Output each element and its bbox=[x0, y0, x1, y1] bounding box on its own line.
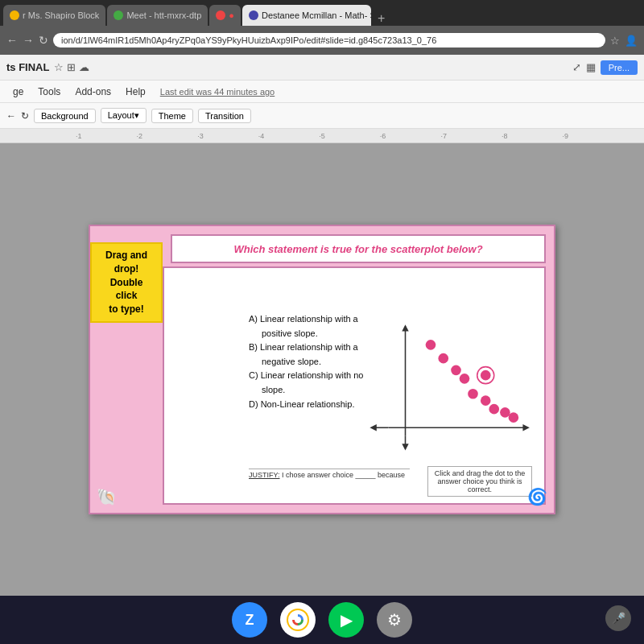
bookmark-icon[interactable]: ☆ bbox=[610, 35, 620, 47]
menu-tools[interactable]: Tools bbox=[31, 85, 67, 99]
click-drag-text: Click and drag the dot to the answer cho… bbox=[435, 469, 526, 493]
svg-point-12 bbox=[481, 370, 491, 381]
present-button[interactable]: Pre... bbox=[601, 60, 638, 75]
justify-text: JUSTIFY: I chose answer choice _____ bec… bbox=[249, 469, 410, 479]
tab-meet[interactable]: Meet - htt-mxrx-dtp bbox=[107, 5, 208, 26]
tab-icon-meet bbox=[114, 10, 123, 20]
svg-marker-2 bbox=[402, 324, 408, 331]
scatterplot-svg bbox=[363, 312, 532, 467]
theme-button[interactable]: Theme bbox=[151, 109, 193, 123]
menu-bar: ge Tools Add-ons Help Last edit was 44 m… bbox=[0, 80, 644, 103]
mic-button[interactable]: 🎤 bbox=[605, 605, 631, 631]
zoom-icon[interactable]: Z bbox=[232, 602, 267, 638]
slides-title: ts FINAL bbox=[6, 61, 49, 73]
address-input[interactable] bbox=[53, 33, 605, 47]
menu-addons[interactable]: Add-ons bbox=[68, 85, 118, 99]
svg-point-14 bbox=[468, 389, 478, 399]
reload-button[interactable]: ↻ bbox=[39, 34, 48, 47]
settings-icon[interactable]: ⚙ bbox=[377, 602, 412, 638]
profile-icon[interactable]: 👤 bbox=[625, 35, 638, 47]
tab-red[interactable]: ● bbox=[209, 5, 241, 26]
question-text: Which statement is true for the scatterp… bbox=[233, 243, 482, 255]
tab-icon-red bbox=[216, 10, 225, 20]
transition-button[interactable]: Transition bbox=[198, 109, 251, 123]
svg-point-18 bbox=[509, 412, 519, 423]
address-bar: ← → ↻ ☆ 👤 bbox=[0, 26, 644, 55]
ruler: ·1 ·2 ·3 ·4 ·5 ·6 ·7 ·8 ·9 bbox=[0, 129, 644, 143]
background-button[interactable]: Background bbox=[34, 109, 96, 123]
drag-drop-label[interactable]: Drag anddrop!Double clickto type! bbox=[90, 242, 163, 323]
slide-canvas[interactable]: Drag anddrop!Double clickto type! Which … bbox=[89, 225, 555, 514]
folder-icon[interactable]: ⊞ bbox=[67, 61, 76, 73]
slide-inner: A) Linear relationship with a positive s… bbox=[163, 266, 546, 505]
drag-drop-text: Drag anddrop!Double clickto type! bbox=[105, 250, 147, 315]
layout-button[interactable]: Layout▾ bbox=[101, 108, 147, 123]
svg-point-11 bbox=[460, 374, 470, 384]
cloud-icon[interactable]: ☁ bbox=[79, 61, 89, 73]
grid-icon[interactable]: ▦ bbox=[586, 61, 596, 73]
tab-destanee[interactable]: Destanee Mcmillan - Math- Scat bbox=[242, 5, 371, 26]
svg-point-16 bbox=[489, 404, 499, 415]
slides-toolbar: ts FINAL ☆ ⊞ ☁ ⤢ ▦ Pre... bbox=[0, 55, 644, 80]
redo-icon[interactable]: ↻ bbox=[21, 110, 29, 122]
taskbar: Z ▶ ⚙ 🎤 bbox=[0, 596, 644, 644]
expand-icon[interactable]: ⤢ bbox=[572, 61, 581, 73]
back-button[interactable]: ← bbox=[6, 34, 18, 47]
slide-area[interactable]: Drag anddrop!Double clickto type! Which … bbox=[0, 143, 644, 596]
last-edit-text: Last edit was 44 minutes ago bbox=[160, 87, 275, 97]
justify-content: I chose answer choice _____ because bbox=[280, 471, 406, 479]
star-icon[interactable]: ☆ bbox=[54, 61, 64, 73]
tab-icon-shapiro bbox=[10, 10, 19, 20]
tab-icon-destanee bbox=[249, 10, 258, 20]
play-icon[interactable]: ▶ bbox=[328, 602, 364, 638]
swirl-decoration-left: 🐚 bbox=[97, 487, 117, 506]
tab-shapiro[interactable]: r Ms. Shapiro Block bbox=[3, 5, 105, 26]
svg-marker-3 bbox=[522, 424, 529, 431]
format-toolbar: ← ↻ Background Layout▾ Theme Transition bbox=[0, 103, 644, 129]
svg-point-20 bbox=[295, 617, 301, 623]
svg-point-8 bbox=[426, 340, 436, 350]
question-header[interactable]: Which statement is true for the scatterp… bbox=[171, 234, 546, 263]
scatterplot-area bbox=[363, 312, 532, 467]
menu-page[interactable]: ge bbox=[6, 85, 30, 99]
svg-marker-5 bbox=[369, 424, 376, 431]
click-drag-note: Click and drag the dot to the answer cho… bbox=[427, 466, 532, 497]
svg-marker-7 bbox=[402, 444, 408, 450]
svg-point-17 bbox=[500, 407, 510, 418]
menu-help[interactable]: Help bbox=[119, 85, 152, 99]
tab-add-button[interactable]: + bbox=[373, 11, 390, 26]
forward-button[interactable]: → bbox=[23, 34, 34, 47]
chrome-icon[interactable] bbox=[280, 602, 316, 638]
toolbar-icons: ☆ ⊞ ☁ bbox=[54, 61, 89, 73]
tab-bar: r Ms. Shapiro Block Meet - htt-mxrx-dtp … bbox=[0, 0, 644, 26]
svg-point-10 bbox=[451, 365, 461, 376]
main-area: Drag anddrop!Double clickto type! Which … bbox=[0, 143, 644, 596]
swirl-decoration-right: 🌀 bbox=[527, 487, 547, 506]
justify-label: JUSTIFY: bbox=[249, 471, 280, 479]
svg-point-15 bbox=[481, 395, 491, 406]
svg-point-9 bbox=[438, 353, 448, 364]
back-arrow[interactable]: ← bbox=[6, 110, 16, 122]
